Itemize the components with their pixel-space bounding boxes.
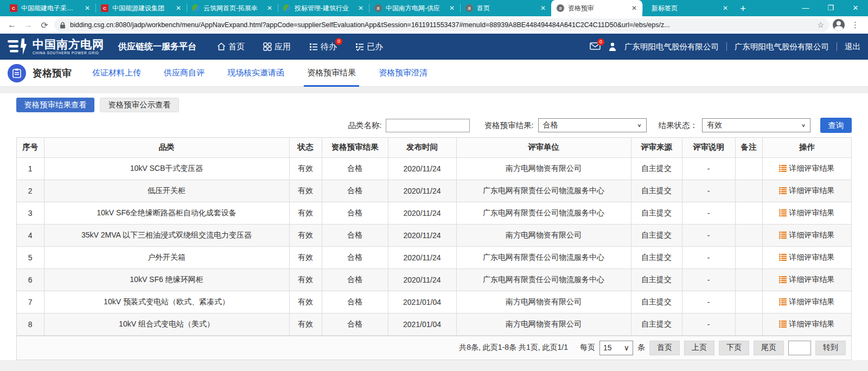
public-view-button[interactable]: 资格预审公示查看	[100, 98, 179, 112]
per-page-select[interactable]: 15 ∨	[599, 341, 633, 355]
table-row: 8 10kV 组合式变电站（美式） 有效 合格 2021/01/04 南方电网物…	[17, 313, 851, 335]
tab-close-icon[interactable]: ✕	[357, 4, 365, 12]
user-icon[interactable]	[608, 42, 617, 52]
logout-button[interactable]: 退出	[845, 42, 860, 52]
tab-close-icon[interactable]: ✕	[266, 4, 273, 12]
browser-profile-avatar[interactable]	[833, 19, 845, 31]
tab-close-icon[interactable]: ✕	[539, 4, 547, 12]
result-filter-label: 资格预审结果:	[484, 120, 533, 131]
detail-result-link[interactable]: 详细评审结果	[763, 247, 852, 268]
status-select-value: 有效	[707, 120, 722, 130]
browser-tab[interactable]: 首页 ✕	[460, 0, 551, 16]
cell-no: 7	[17, 291, 44, 313]
next-page-button[interactable]: 下页	[719, 341, 749, 355]
table-row: 5 户外开关箱 有效 合格 2020/11/24 广东电网有限责任公司物流服务中…	[17, 246, 851, 268]
first-page-button[interactable]: 首页	[649, 341, 680, 355]
detail-result-label: 详细评审结果	[789, 164, 834, 174]
bookmark-star-icon[interactable]: ☆	[817, 21, 824, 29]
chevron-down-icon: ∨	[637, 123, 641, 128]
goto-page-input[interactable]	[788, 341, 811, 355]
tab-close-icon[interactable]: ✕	[722, 4, 729, 12]
detail-result-link[interactable]: 详细评审结果	[763, 202, 852, 224]
subnav-tab-label: 现场核实邀请函	[227, 68, 284, 78]
result-select[interactable]: 合格 ∨	[538, 118, 647, 132]
orange-list-icon	[779, 232, 787, 239]
company-name-primary[interactable]: 广东明阳电气股份有限公司	[624, 42, 719, 52]
tab-close-icon[interactable]: ✕	[448, 4, 456, 12]
detail-result-link[interactable]: 详细评审结果	[763, 314, 852, 335]
tab-favicon	[192, 4, 200, 12]
detail-result-label: 详细评审结果	[789, 231, 834, 240]
cell-unit: 广东电网有限责任公司物流服务中心	[456, 202, 631, 224]
cell-status: 有效	[289, 291, 322, 313]
subnav-tab[interactable]: 资格预审澄清	[379, 60, 427, 87]
prev-page-button[interactable]: 上页	[684, 341, 714, 355]
nav-done[interactable]: 已办	[355, 42, 383, 52]
detail-result-link[interactable]: 详细评审结果	[763, 158, 852, 180]
detail-result-link[interactable]: 详细评审结果	[763, 269, 852, 291]
browser-tab[interactable]: 中国南方电网-供应 ✕	[369, 0, 460, 16]
nav-home[interactable]: 首页	[217, 42, 245, 52]
detail-result-label: 详细评审结果	[789, 208, 834, 218]
result-view-button[interactable]: 资格预审结果查看	[16, 98, 94, 112]
tab-close-icon[interactable]: ✕	[175, 4, 182, 12]
window-close-button[interactable]: ✕	[843, 0, 868, 15]
detail-result-link[interactable]: 详细评审结果	[763, 291, 852, 313]
tab-close-icon[interactable]: ✕	[84, 4, 91, 12]
platform-title: 供应链统一服务平台	[118, 41, 196, 53]
browser-tab[interactable]: 中国能建电子采购平 ✕	[4, 0, 95, 16]
detail-result-link[interactable]: 详细评审结果	[763, 180, 852, 202]
module-title: 资格预审	[33, 67, 72, 80]
window-minimize-button[interactable]: —	[793, 0, 818, 15]
browser-menu-icon[interactable]: ⋮	[848, 20, 863, 30]
detail-result-link[interactable]: 详细评审结果	[763, 225, 852, 246]
detail-result-label: 详细评审结果	[789, 186, 834, 196]
cell-date: 2020/11/24	[388, 268, 456, 291]
subnav-tab[interactable]: 资格预审结果	[307, 60, 356, 87]
goto-button[interactable]: 转到	[815, 341, 846, 355]
company-name-secondary[interactable]: 广东明阳电气股份有限公司	[735, 42, 829, 52]
forward-button[interactable]: →	[22, 20, 35, 30]
chevron-down-icon: ∨	[801, 123, 806, 128]
divider	[726, 42, 727, 51]
status-filter-label: 结果状态：	[659, 120, 698, 131]
tab-close-icon[interactable]: ✕	[630, 4, 638, 12]
tab-title: 投标管理-建筑行业	[295, 4, 353, 13]
new-tab-button[interactable]: +	[740, 3, 746, 14]
cell-no: 8	[17, 313, 44, 335]
subnav-tab[interactable]: 佐证材料上传	[92, 60, 141, 87]
csg-logo: 中国南方电网 CHINA SOUTHERN POWER GRID	[8, 38, 104, 55]
col-header-remark: 备注	[735, 138, 762, 157]
browser-tab[interactable]: 新标签页 ✕	[642, 0, 733, 16]
cell-source: 自主提交	[631, 268, 682, 291]
back-button[interactable]: ←	[5, 20, 18, 30]
logo-subtitle: CHINA SOUTHERN POWER GRID	[33, 51, 104, 55]
nav-todo[interactable]: 待办 0	[309, 42, 337, 52]
tab-title: 中国南方电网-供应	[386, 4, 444, 13]
messages-button[interactable]: 0	[590, 42, 601, 52]
cell-date: 2020/11/24	[388, 246, 456, 268]
cell-status: 有效	[289, 268, 322, 291]
page-divider	[0, 87, 868, 93]
last-page-button[interactable]: 尾页	[754, 341, 784, 355]
browser-tab[interactable]: 投标管理-建筑行业 ✕	[278, 0, 369, 16]
cell-status: 有效	[289, 202, 322, 224]
category-name-input[interactable]	[386, 119, 470, 132]
status-select[interactable]: 有效 ∨	[702, 118, 810, 132]
window-maximize-button[interactable]: ❐	[818, 0, 843, 15]
browser-tab[interactable]: 资格预审 ✕	[551, 0, 642, 16]
tab-favicon	[10, 4, 17, 12]
col-header-category: 品类	[44, 138, 289, 157]
cell-no: 5	[17, 246, 44, 268]
nav-apps[interactable]: 应用	[263, 42, 291, 52]
search-button[interactable]: 查询	[820, 118, 852, 133]
reload-button[interactable]: ⟳	[38, 20, 51, 30]
browser-tab[interactable]: 中国能源建设集团 ✕	[95, 0, 187, 16]
browser-tab[interactable]: 云筑网首页-拓展幸 ✕	[187, 0, 278, 16]
cell-result: 合格	[322, 180, 388, 202]
divider	[837, 42, 837, 51]
subnav-tab[interactable]: 现场核实邀请函	[227, 60, 284, 87]
orange-list-icon	[779, 276, 787, 283]
subnav-tab[interactable]: 供应商自评	[164, 60, 205, 87]
address-bar[interactable]: bidding.csg.cn:8080/jadp/workbench/menu/…	[54, 18, 829, 31]
